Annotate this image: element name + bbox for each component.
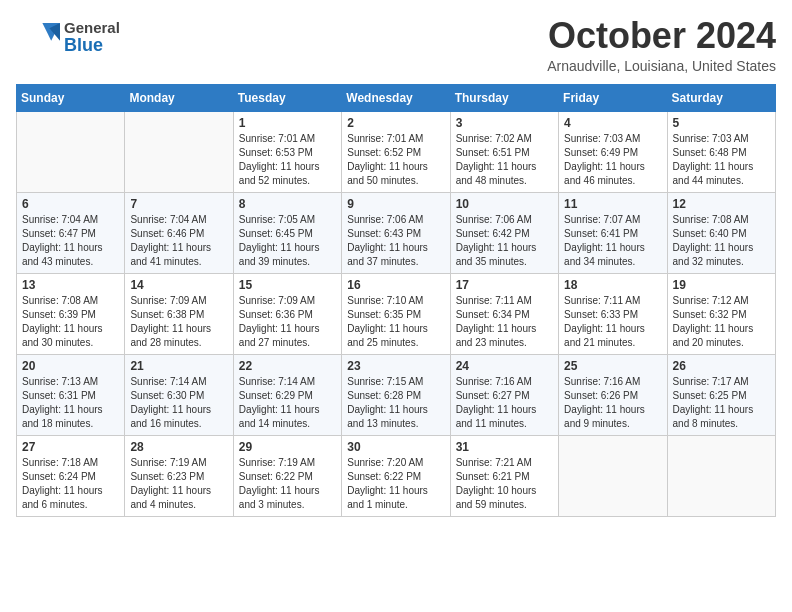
day-number: 12 [673,197,770,211]
header: General Blue October 2024 Arnaudville, L… [16,16,776,74]
cell-info: Sunrise: 7:14 AMSunset: 6:29 PMDaylight:… [239,376,320,429]
day-number: 28 [130,440,227,454]
calendar-cell: 10Sunrise: 7:06 AMSunset: 6:42 PMDayligh… [450,192,558,273]
calendar-cell: 20Sunrise: 7:13 AMSunset: 6:31 PMDayligh… [17,354,125,435]
cell-info: Sunrise: 7:21 AMSunset: 6:21 PMDaylight:… [456,457,537,510]
calendar-week-1: 1Sunrise: 7:01 AMSunset: 6:53 PMDaylight… [17,111,776,192]
calendar-cell [125,111,233,192]
calendar-table: Sunday Monday Tuesday Wednesday Thursday… [16,84,776,517]
cell-info: Sunrise: 7:17 AMSunset: 6:25 PMDaylight:… [673,376,754,429]
cell-info: Sunrise: 7:12 AMSunset: 6:32 PMDaylight:… [673,295,754,348]
calendar-cell: 13Sunrise: 7:08 AMSunset: 6:39 PMDayligh… [17,273,125,354]
col-sunday: Sunday [17,84,125,111]
day-number: 16 [347,278,444,292]
calendar-week-5: 27Sunrise: 7:18 AMSunset: 6:24 PMDayligh… [17,435,776,516]
day-number: 20 [22,359,119,373]
day-number: 21 [130,359,227,373]
cell-info: Sunrise: 7:18 AMSunset: 6:24 PMDaylight:… [22,457,103,510]
cell-info: Sunrise: 7:06 AMSunset: 6:43 PMDaylight:… [347,214,428,267]
calendar-cell: 19Sunrise: 7:12 AMSunset: 6:32 PMDayligh… [667,273,775,354]
calendar-week-2: 6Sunrise: 7:04 AMSunset: 6:47 PMDaylight… [17,192,776,273]
calendar-cell [667,435,775,516]
day-number: 5 [673,116,770,130]
cell-info: Sunrise: 7:07 AMSunset: 6:41 PMDaylight:… [564,214,645,267]
calendar-cell: 29Sunrise: 7:19 AMSunset: 6:22 PMDayligh… [233,435,341,516]
calendar-cell: 22Sunrise: 7:14 AMSunset: 6:29 PMDayligh… [233,354,341,435]
calendar-cell: 27Sunrise: 7:18 AMSunset: 6:24 PMDayligh… [17,435,125,516]
month-title: October 2024 [547,16,776,56]
calendar-cell: 24Sunrise: 7:16 AMSunset: 6:27 PMDayligh… [450,354,558,435]
header-row: Sunday Monday Tuesday Wednesday Thursday… [17,84,776,111]
calendar-cell: 15Sunrise: 7:09 AMSunset: 6:36 PMDayligh… [233,273,341,354]
cell-info: Sunrise: 7:04 AMSunset: 6:46 PMDaylight:… [130,214,211,267]
cell-info: Sunrise: 7:03 AMSunset: 6:48 PMDaylight:… [673,133,754,186]
col-monday: Monday [125,84,233,111]
day-number: 3 [456,116,553,130]
calendar-cell: 30Sunrise: 7:20 AMSunset: 6:22 PMDayligh… [342,435,450,516]
calendar-cell: 28Sunrise: 7:19 AMSunset: 6:23 PMDayligh… [125,435,233,516]
calendar-cell: 6Sunrise: 7:04 AMSunset: 6:47 PMDaylight… [17,192,125,273]
logo-icon [16,16,60,60]
day-number: 19 [673,278,770,292]
day-number: 24 [456,359,553,373]
cell-info: Sunrise: 7:09 AMSunset: 6:38 PMDaylight:… [130,295,211,348]
cell-info: Sunrise: 7:01 AMSunset: 6:53 PMDaylight:… [239,133,320,186]
cell-info: Sunrise: 7:11 AMSunset: 6:34 PMDaylight:… [456,295,537,348]
logo: General Blue [16,16,120,60]
cell-info: Sunrise: 7:02 AMSunset: 6:51 PMDaylight:… [456,133,537,186]
calendar-cell: 2Sunrise: 7:01 AMSunset: 6:52 PMDaylight… [342,111,450,192]
calendar-header: Sunday Monday Tuesday Wednesday Thursday… [17,84,776,111]
day-number: 10 [456,197,553,211]
calendar-cell: 12Sunrise: 7:08 AMSunset: 6:40 PMDayligh… [667,192,775,273]
cell-info: Sunrise: 7:05 AMSunset: 6:45 PMDaylight:… [239,214,320,267]
calendar-cell: 11Sunrise: 7:07 AMSunset: 6:41 PMDayligh… [559,192,667,273]
cell-info: Sunrise: 7:14 AMSunset: 6:30 PMDaylight:… [130,376,211,429]
calendar-cell: 5Sunrise: 7:03 AMSunset: 6:48 PMDaylight… [667,111,775,192]
cell-info: Sunrise: 7:01 AMSunset: 6:52 PMDaylight:… [347,133,428,186]
day-number: 25 [564,359,661,373]
calendar-cell: 26Sunrise: 7:17 AMSunset: 6:25 PMDayligh… [667,354,775,435]
cell-info: Sunrise: 7:06 AMSunset: 6:42 PMDaylight:… [456,214,537,267]
calendar-week-3: 13Sunrise: 7:08 AMSunset: 6:39 PMDayligh… [17,273,776,354]
calendar-cell: 23Sunrise: 7:15 AMSunset: 6:28 PMDayligh… [342,354,450,435]
col-wednesday: Wednesday [342,84,450,111]
day-number: 11 [564,197,661,211]
calendar-cell: 18Sunrise: 7:11 AMSunset: 6:33 PMDayligh… [559,273,667,354]
day-number: 22 [239,359,336,373]
calendar-cell: 8Sunrise: 7:05 AMSunset: 6:45 PMDaylight… [233,192,341,273]
calendar-cell: 14Sunrise: 7:09 AMSunset: 6:38 PMDayligh… [125,273,233,354]
cell-info: Sunrise: 7:13 AMSunset: 6:31 PMDaylight:… [22,376,103,429]
day-number: 17 [456,278,553,292]
calendar-cell: 31Sunrise: 7:21 AMSunset: 6:21 PMDayligh… [450,435,558,516]
col-saturday: Saturday [667,84,775,111]
title-block: October 2024 Arnaudville, Louisiana, Uni… [547,16,776,74]
cell-info: Sunrise: 7:11 AMSunset: 6:33 PMDaylight:… [564,295,645,348]
calendar-cell: 1Sunrise: 7:01 AMSunset: 6:53 PMDaylight… [233,111,341,192]
col-friday: Friday [559,84,667,111]
calendar-week-4: 20Sunrise: 7:13 AMSunset: 6:31 PMDayligh… [17,354,776,435]
day-number: 15 [239,278,336,292]
day-number: 9 [347,197,444,211]
calendar-cell: 4Sunrise: 7:03 AMSunset: 6:49 PMDaylight… [559,111,667,192]
cell-info: Sunrise: 7:10 AMSunset: 6:35 PMDaylight:… [347,295,428,348]
logo-text: General Blue [64,20,120,56]
day-number: 30 [347,440,444,454]
logo-blue-text: Blue [64,36,120,56]
col-thursday: Thursday [450,84,558,111]
day-number: 27 [22,440,119,454]
logo-general-text: General [64,20,120,37]
page-container: General Blue October 2024 Arnaudville, L… [16,16,776,517]
day-number: 23 [347,359,444,373]
calendar-cell: 9Sunrise: 7:06 AMSunset: 6:43 PMDaylight… [342,192,450,273]
cell-info: Sunrise: 7:16 AMSunset: 6:27 PMDaylight:… [456,376,537,429]
day-number: 8 [239,197,336,211]
cell-info: Sunrise: 7:15 AMSunset: 6:28 PMDaylight:… [347,376,428,429]
day-number: 6 [22,197,119,211]
calendar-cell: 16Sunrise: 7:10 AMSunset: 6:35 PMDayligh… [342,273,450,354]
calendar-cell [17,111,125,192]
day-number: 29 [239,440,336,454]
calendar-cell: 3Sunrise: 7:02 AMSunset: 6:51 PMDaylight… [450,111,558,192]
cell-info: Sunrise: 7:08 AMSunset: 6:39 PMDaylight:… [22,295,103,348]
cell-info: Sunrise: 7:08 AMSunset: 6:40 PMDaylight:… [673,214,754,267]
calendar-cell: 25Sunrise: 7:16 AMSunset: 6:26 PMDayligh… [559,354,667,435]
